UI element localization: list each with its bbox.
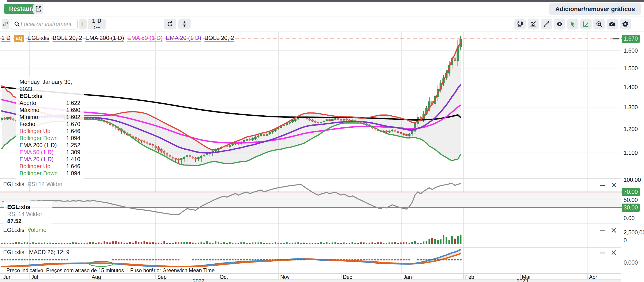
month-tick (90, 274, 90, 280)
month-tick (341, 274, 342, 280)
link-charts-button[interactable] (2, 18, 9, 29)
rsi-axis-100: 100.00 (624, 177, 641, 183)
open-external-icon-button[interactable] (33, 4, 43, 14)
scale-mode-button[interactable] (580, 18, 592, 29)
search-icon (14, 21, 20, 27)
timezone-note: Fuso horário: Greenwich Mean Time (130, 268, 215, 274)
price-and-indicator-plot[interactable] (0, 32, 621, 282)
month-label: Nov (280, 274, 290, 280)
refresh-button[interactable] (164, 18, 176, 29)
rsi-tooltip-name: RSI 14 Wilder (7, 211, 42, 217)
tooltip-row: Bollinger Down1.094 (20, 170, 80, 177)
volume-axis-max: 2,500,000 (624, 229, 644, 236)
pointer-tool-button[interactable] (567, 18, 578, 29)
volume-header-symbol: EGL:xlis (3, 227, 24, 233)
month-tick (156, 274, 156, 280)
price-tick-label: 1.600 (624, 47, 638, 54)
rsi-tooltip: EGL:xlis RSI 14 Wilder 87.52 (4, 201, 52, 227)
month-label: Feb (465, 274, 474, 280)
resize-panels-button[interactable] (178, 18, 190, 29)
macd-panel-controls[interactable] (599, 249, 618, 256)
tooltip-row: Máximo1.690 (20, 107, 80, 114)
rsi-axis-50: 50.00 (624, 197, 638, 203)
price-tick-label: 1.400 (624, 84, 638, 90)
draw-trendline-button[interactable] (541, 18, 552, 29)
macd-panel-header[interactable]: EGL:xlis MACD 26; 12; 9 (3, 249, 70, 256)
zoom-in-icon (596, 21, 602, 27)
legend-ema50[interactable]: EMA 50 (1 D) (127, 34, 163, 41)
add-remove-charts-button[interactable]: Adicionar/remover gráficos (549, 3, 641, 15)
chart-region[interactable]: 1.670 1.6001.5001.4001.3001.2001.100 100… (0, 32, 644, 282)
month-label: Jun (3, 274, 12, 280)
header-bar: Restaurar Adicionar/remover gráficos (0, 2, 644, 17)
month-label: Aug (92, 274, 101, 280)
price-tick-label: 1.200 (624, 126, 638, 132)
month-label: Oct (220, 274, 228, 280)
month-label: Jul (31, 274, 38, 280)
curve-scale-icon (582, 21, 589, 27)
instrument-search[interactable] (11, 18, 78, 29)
month-label: Jan (404, 274, 412, 280)
gear-icon (622, 20, 629, 28)
time-axis-years: 20222023 (0, 280, 621, 282)
add-instrument-button[interactable]: + (79, 18, 87, 29)
rsi-panel-header[interactable]: EGL:xlis RSI 14 Wilder (3, 181, 62, 188)
rsi-close-icon (612, 183, 616, 187)
volume-panel-controls[interactable] (599, 227, 618, 234)
price-tick-label: 1.100 (624, 149, 638, 156)
external-link-icon (35, 5, 42, 12)
macd-axis-zero: 0.000 (624, 259, 638, 266)
month-tick (218, 274, 218, 280)
volume-close-icon (612, 228, 616, 232)
month-label: Sep (157, 274, 166, 280)
tooltip-row: Mínimo1.602 (20, 114, 80, 121)
tooltip-row: EMA 50 (1 D)1.309 (20, 149, 80, 156)
visibility-button[interactable] (554, 18, 565, 29)
rsi-tooltip-value: 87.52 (7, 218, 22, 224)
zoom-in-button[interactable] (594, 18, 605, 29)
snapshot-button[interactable] (606, 18, 618, 29)
legend-boll[interactable]: BOLL 20; 2 (53, 34, 82, 41)
price-tick-label: 1.300 (624, 104, 638, 110)
window-top-strip (7, 0, 644, 2)
rsi-axis-30-badge: 30.00 (622, 204, 640, 212)
price-axis-column[interactable]: 1.670 1.6001.5001.4001.3001.2001.100 100… (621, 32, 644, 282)
camera-icon (609, 21, 616, 27)
main-chart-legend[interactable]: 1 DEQEGL:xlisBOLL 20; 2EMA 200 (1 D)EMA … (1, 34, 237, 42)
eye-icon (556, 20, 563, 28)
year-label: 2023 (516, 278, 528, 282)
month-label: Apr (589, 274, 597, 280)
trendline-icon (543, 21, 550, 27)
chart-style-button[interactable] (514, 18, 526, 29)
rsi-panel-controls[interactable] (599, 182, 618, 188)
equity-eq-badge: EQ (14, 35, 24, 42)
month-tick (463, 274, 464, 280)
settings-button[interactable] (620, 18, 631, 29)
chart-toolbar: + 1 D :-- (0, 17, 644, 32)
link-icon (2, 21, 8, 27)
chart-indicators-icon (530, 21, 537, 27)
macd-close-icon (612, 251, 616, 255)
macd-header-name: MACD 26; 12; 9 (29, 249, 70, 255)
tooltip-row: Bollinger Up1.646 (20, 163, 80, 170)
volume-panel-header[interactable]: EGL:xlis Volume (3, 227, 46, 233)
legend-boll2[interactable]: BOLL 20; 2 (204, 34, 234, 41)
rsi-header-name: RSI 14 Wilder (28, 181, 62, 187)
month-label: Dec (343, 274, 352, 280)
legend-ema20[interactable]: EMA 20 (1 D) (166, 34, 201, 41)
tooltip-row: EMA 200 (1 D)1.252 (20, 142, 80, 149)
tooltip-row: EMA 20 (1 D)1.410 (20, 156, 80, 163)
search-input[interactable] (20, 21, 72, 28)
status-bar: Preço indicativo. Preços com atraso de 1… (0, 267, 229, 274)
timeframe-button[interactable]: 1 D :-- (88, 18, 106, 29)
up-down-arrows-icon (181, 21, 188, 27)
tooltip-date: Monday, January 30, 2023 (20, 78, 80, 92)
legend-interval[interactable]: 1 D (1, 34, 10, 41)
legend-symbol[interactable]: EGL:xlis (28, 34, 50, 41)
month-tick (587, 274, 588, 280)
legend-ema200[interactable]: EMA 200 (1 D) (85, 34, 124, 41)
price-tick-label: 1.500 (624, 65, 638, 71)
candlestick-icon (517, 21, 524, 27)
indicators-button[interactable] (528, 18, 539, 29)
tooltip-symbol: EGL:xlis (20, 92, 80, 99)
